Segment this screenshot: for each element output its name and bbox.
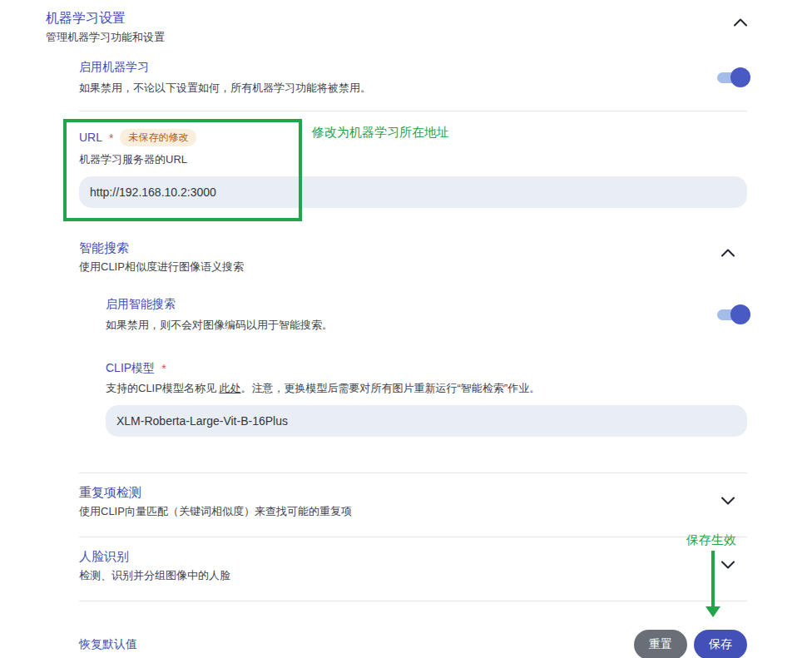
save-button[interactable]: 保存 xyxy=(694,630,747,658)
url-input[interactable] xyxy=(79,176,747,208)
face-recognition-expand-button[interactable] xyxy=(716,556,740,574)
clip-model-description: 支持的CLIP模型名称见 此处。注意，更换模型后需要对所有图片重新运行“智能检索… xyxy=(106,382,747,395)
chevron-down-icon xyxy=(721,561,735,569)
url-field-label: URL xyxy=(79,131,102,145)
url-field-group: URL * 未保存的修改 机器学习服务器的URL xyxy=(79,129,747,208)
enable-smart-search-description: 如果禁用，则不会对图像编码以用于智能搜索。 xyxy=(106,319,333,332)
enable-ml-label: 启用机器学习 xyxy=(79,60,371,74)
toggle-knob xyxy=(730,304,750,324)
footer: 恢复默认值 重置 保存 xyxy=(79,630,747,658)
duplicate-detection-section: 重复项检测 使用CLIP向量匹配（关键词相似度）来查找可能的重复项 xyxy=(79,473,747,537)
reset-button[interactable]: 重置 xyxy=(634,630,687,658)
enable-ml-row: 启用机器学习 如果禁用，不论以下设置如何，所有机器学习功能将被禁用。 xyxy=(79,60,747,95)
unsaved-changes-badge: 未保存的修改 xyxy=(120,129,196,146)
clip-model-field-group: CLIP模型 * 支持的CLIP模型名称见 此处。注意，更换模型后需要对所有图片… xyxy=(106,361,747,437)
url-field-description: 机器学习服务器的URL xyxy=(79,153,747,166)
divider xyxy=(79,111,747,111)
required-asterisk: * xyxy=(109,131,113,145)
page-header: 机器学习设置 管理机器学习功能和设置 xyxy=(46,10,747,44)
face-recognition-title: 人脸识别 xyxy=(79,549,230,564)
toggle-knob xyxy=(730,67,750,87)
enable-smart-search-label: 启用智能搜索 xyxy=(106,297,333,311)
enable-ml-description: 如果禁用，不论以下设置如何，所有机器学习功能将被禁用。 xyxy=(79,82,371,95)
face-recognition-section: 人脸识别 检测、识别并分组图像中的人脸 xyxy=(79,537,747,601)
clip-model-input[interactable] xyxy=(106,405,747,437)
clip-models-here-link[interactable]: 此处 xyxy=(220,382,241,394)
chevron-up-icon xyxy=(734,18,747,27)
chevron-down-icon xyxy=(721,497,735,505)
divider xyxy=(79,601,747,601)
smart-search-description: 使用CLIP相似度进行图像语义搜索 xyxy=(79,260,244,274)
settings-content: 启用机器学习 如果禁用，不论以下设置如何，所有机器学习功能将被禁用。 URL *… xyxy=(79,60,747,658)
smart-search-section: 智能搜索 使用CLIP相似度进行图像语义搜索 启用智能搜索 如果禁用，则不会对图… xyxy=(79,240,747,437)
machine-learning-settings-page: 机器学习设置 管理机器学习功能和设置 启用机器学习 如果禁用，不论以下设置如何，… xyxy=(0,0,812,658)
face-recognition-description: 检测、识别并分组图像中的人脸 xyxy=(79,569,230,582)
smart-search-collapse-button[interactable] xyxy=(716,244,740,262)
required-asterisk: * xyxy=(161,362,166,375)
restore-defaults-link[interactable]: 恢复默认值 xyxy=(79,637,137,652)
collapse-settings-button[interactable] xyxy=(729,13,752,32)
duplicate-detection-expand-button[interactable] xyxy=(716,492,740,510)
clip-model-label: CLIP模型 xyxy=(106,361,155,375)
duplicate-detection-description: 使用CLIP向量匹配（关键词相似度）来查找可能的重复项 xyxy=(79,505,352,518)
enable-smart-search-row: 启用智能搜索 如果禁用，则不会对图像编码以用于智能搜索。 xyxy=(106,297,747,332)
smart-search-toggle[interactable] xyxy=(717,304,750,324)
page-subtitle: 管理机器学习功能和设置 xyxy=(46,31,165,44)
duplicate-detection-title: 重复项检测 xyxy=(79,485,352,500)
smart-search-title: 智能搜索 xyxy=(79,240,244,255)
chevron-up-icon xyxy=(721,249,735,257)
machine-learning-toggle[interactable] xyxy=(717,67,750,87)
page-title: 机器学习设置 xyxy=(46,10,165,26)
